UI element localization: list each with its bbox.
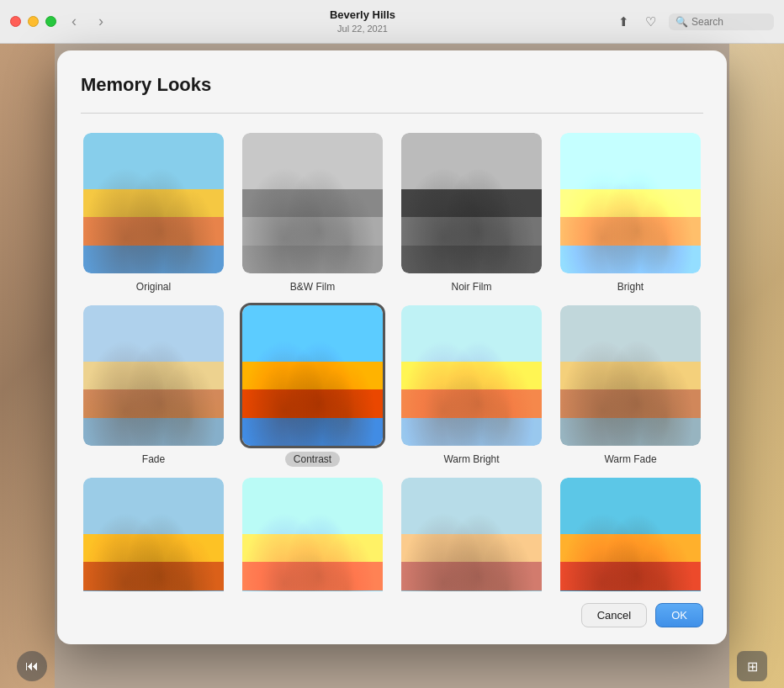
look-item-warm-bright[interactable]: Warm Bright [399,303,544,465]
look-label-contrast: Contrast [285,452,340,467]
thumb-wrap-contrast [240,303,385,448]
thumb-fade [83,305,224,446]
look-item-contrast[interactable]: Contrast [240,303,385,465]
looks-grid: OriginalB&W FilmNoir FilmBrightFadeContr… [81,130,703,591]
thumb-warm-contrast [83,478,224,591]
thumb-wrap-noir-film [399,130,544,276]
thumb-warm-fade [560,305,701,446]
look-label-noir-film: Noir Film [452,281,492,293]
look-label-warm-bright: Warm Bright [443,453,499,465]
cancel-button[interactable]: Cancel [581,603,647,627]
thumb-wrap-warm-contrast [81,475,226,591]
skip-back-button[interactable]: ⏮ [17,651,47,681]
thumb-wrap-warm-bright [399,303,544,448]
thumb-contrast [242,305,383,446]
look-item-bright[interactable]: Bright [558,130,703,293]
thumb-wrap-cool-fade [399,475,544,591]
look-item-warm-fade[interactable]: Warm Fade [558,303,703,465]
thumb-wrap-bright [558,130,703,276]
look-item-bw-film[interactable]: B&W Film [240,130,385,293]
thumb-wrap-fade [81,303,226,448]
look-label-warm-fade: Warm Fade [604,453,656,465]
look-label-fade: Fade [142,453,165,465]
look-item-cool-bright[interactable]: Cool Bright [240,475,385,591]
share-icon[interactable]: ⬆︎ [615,13,632,30]
window-title: Beverly Hills [330,8,395,23]
look-item-warm-contrast[interactable]: Warm Contrast [81,475,226,591]
thumb-cool-bright [242,478,383,591]
look-item-original[interactable]: Original [81,130,226,293]
look-item-cool-contrast[interactable]: Cool Contrast [558,475,703,591]
search-bar[interactable]: 🔍 [669,13,774,30]
close-button[interactable] [10,16,21,27]
window-subtitle: Jul 22, 2021 [337,23,388,34]
forward-arrow-icon[interactable]: › [92,9,110,34]
search-icon: 🔍 [675,16,688,28]
thumb-noir-film [401,133,542,273]
thumb-bright [560,133,701,273]
bottom-bar: ⏮ ⊞ [0,644,784,688]
thumb-wrap-bw-film [240,130,385,276]
thumb-warm-bright [401,305,542,446]
window-chrome: ‹ › Beverly Hills Jul 22, 2021 ⬆︎ ♡ 🔍 [0,0,784,44]
modal-title: Memory Looks [81,74,703,96]
memory-looks-modal: Memory Looks OriginalB&W FilmNoir FilmBr… [57,50,727,644]
search-input[interactable] [691,16,767,28]
maximize-button[interactable] [45,16,56,27]
chrome-toolbar: ⬆︎ ♡ 🔍 [615,13,774,30]
minimize-button[interactable] [28,16,39,27]
back-arrow-icon[interactable]: ‹ [65,9,83,34]
ok-button[interactable]: OK [655,603,703,627]
grid-view-button[interactable]: ⊞ [737,651,767,681]
thumb-cool-fade [401,478,542,591]
divider [81,113,703,114]
thumb-wrap-cool-contrast [558,475,703,591]
thumb-original [83,133,224,273]
bg-left [0,44,55,688]
thumb-wrap-original [81,130,226,276]
look-label-original: Original [136,281,171,293]
window-title-area: Beverly Hills Jul 22, 2021 [110,8,615,34]
thumb-wrap-warm-fade [558,303,703,448]
thumb-cool-contrast [560,478,701,591]
traffic-lights [10,16,56,27]
thumb-wrap-cool-bright [240,475,385,591]
thumb-bw-film [242,133,383,273]
look-item-cool-fade[interactable]: Cool Fade [399,475,544,591]
look-item-fade[interactable]: Fade [81,303,226,465]
look-label-bw-film: B&W Film [290,281,335,293]
look-item-noir-film[interactable]: Noir Film [399,130,544,293]
bg-right [729,44,784,688]
heart-icon[interactable]: ♡ [642,13,659,30]
look-label-bright: Bright [617,281,644,293]
modal-footer: Cancel OK [81,591,703,627]
